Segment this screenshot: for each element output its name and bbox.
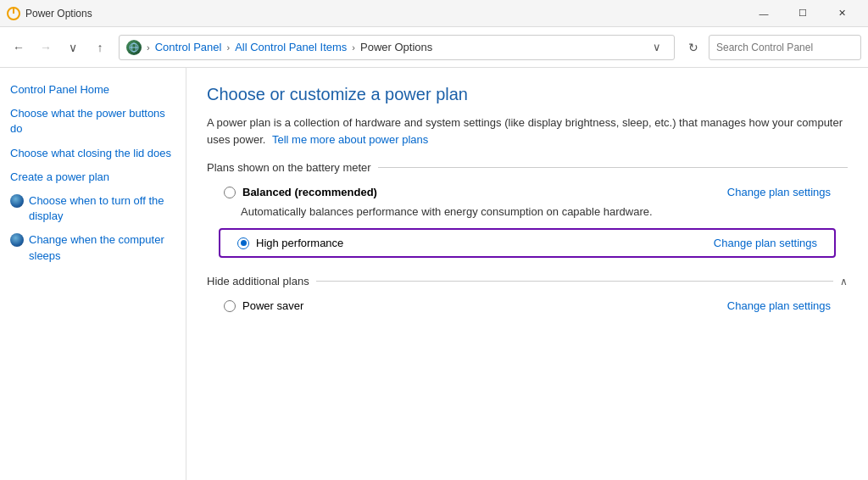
balanced-plan-left: Balanced (recommended) [224,186,377,198]
high-performance-radio-inner [241,240,247,246]
power-saver-plan-left: Power saver [224,299,303,312]
breadcrumb-sep3: › [352,42,355,53]
battery-section-line [378,167,848,168]
content-area: Choose or customize a power plan A power… [186,68,868,480]
sidebar-item-create-plan[interactable]: Create a power plan [0,165,186,189]
titlebar-title: Power Options [25,8,92,20]
maximize-button[interactable]: ☐ [783,0,822,27]
balanced-radio[interactable] [224,187,236,198]
sidebar-item-power-buttons[interactable]: Choose what the power buttons do [0,102,186,141]
breadcrumb-all-items[interactable]: All Control Panel Items [235,41,347,53]
sidebar-item-lid-close[interactable]: Choose what closing the lid does [0,142,186,165]
high-performance-plan-label: High performance [256,237,343,249]
back-button[interactable]: ← [7,36,31,59]
sidebar-item-turn-off-display[interactable]: Choose when to turn off the display [29,193,175,224]
collapse-icon[interactable]: ∧ [840,276,848,287]
breadcrumb: › Control Panel › All Control Panel Item… [119,35,675,60]
close-button[interactable]: ✕ [822,0,861,27]
breadcrumb-dropdown-icon[interactable]: ∨ [647,37,667,58]
battery-section-header: Plans shown on the battery meter [207,161,848,174]
search-input[interactable] [709,35,861,60]
high-performance-change-link[interactable]: Change plan settings [714,237,817,249]
sidebar: Control Panel Home Choose what the power… [0,68,186,480]
sidebar-globe-icon-1 [10,194,24,208]
main-layout: Control Panel Home Choose what the power… [0,68,868,480]
additional-section-header: Hide additional plans ∧ [207,275,848,287]
additional-section-line [316,281,833,282]
breadcrumb-control-panel[interactable]: Control Panel [155,41,222,53]
battery-section-label: Plans shown on the battery meter [207,161,371,174]
sidebar-item-computer-sleeps[interactable]: Change when the computer sleeps [29,232,175,263]
power-options-icon [7,7,20,20]
high-performance-plan-row: High performance Change plan settings [219,228,836,258]
balanced-plan-row: Balanced (recommended) Change plan setti… [207,181,848,204]
refresh-button[interactable]: ↻ [682,36,705,59]
power-saver-change-link[interactable]: Change plan settings [727,299,831,312]
high-performance-plan-container: High performance Change plan settings [219,228,836,258]
page-description: A power plan is a collection of hardware… [207,114,848,148]
addressbar: ← → ∨ ↑ › Control Panel › All Control Pa… [0,27,868,68]
breadcrumb-globe-icon [126,40,142,55]
sidebar-item-turn-off-display-row: Choose when to turn off the display [0,189,186,228]
breadcrumb-sep2: › [226,42,230,53]
high-performance-plan-left: High performance [237,237,343,249]
breadcrumb-power-options: Power Options [360,41,432,53]
sidebar-item-computer-sleeps-row: Change when the computer sleeps [0,228,186,267]
balanced-plan-desc: Automatically balances performance with … [207,204,848,225]
sidebar-item-control-panel-home[interactable]: Control Panel Home [0,78,186,102]
minimize-button[interactable]: — [744,0,783,27]
breadcrumb-sep1: › [147,42,150,53]
titlebar-controls: — ☐ ✕ [744,0,861,27]
forward-button[interactable]: → [34,36,58,59]
dropdown-button[interactable]: ∨ [61,36,85,59]
high-performance-radio[interactable] [237,237,249,249]
up-button[interactable]: ↑ [88,36,112,59]
learn-more-link[interactable]: Tell me more about power plans [272,133,428,146]
power-saver-plan-row: Power saver Change plan settings [207,294,848,317]
power-saver-plan-label: Power saver [242,299,303,312]
sidebar-globe-icon-2 [10,233,24,247]
power-saver-radio[interactable] [224,300,236,312]
additional-section-label: Hide additional plans [207,275,309,287]
titlebar: Power Options — ☐ ✕ [0,0,868,27]
balanced-change-link[interactable]: Change plan settings [727,186,831,198]
page-title: Choose or customize a power plan [207,85,848,104]
balanced-plan-label: Balanced (recommended) [242,186,377,198]
